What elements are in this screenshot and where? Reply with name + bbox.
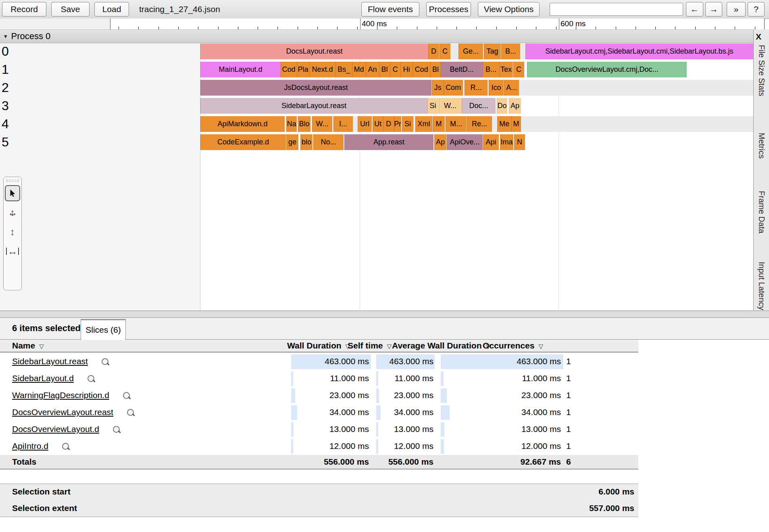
process-header[interactable]: ▾ Process 0 <box>0 29 753 43</box>
timeline-ruler[interactable]: 400 ms600 ms <box>110 19 765 29</box>
sort-icon[interactable]: ▽ <box>387 343 392 350</box>
trace-slice[interactable]: Na <box>286 116 297 132</box>
trace-slice[interactable]: Re... <box>467 116 492 132</box>
trace-slice[interactable]: DocsOverviewLayout.cmj,Doc... <box>527 62 687 77</box>
trace-slice[interactable]: Bs_ <box>336 62 352 77</box>
trace-slice[interactable]: Ge... <box>458 44 483 59</box>
trace-slice[interactable]: C <box>513 62 524 77</box>
trace-slice[interactable]: ge <box>286 134 298 150</box>
trace-slice[interactable]: Pr <box>394 116 401 132</box>
close-button[interactable]: X <box>756 32 761 42</box>
trace-slice[interactable]: CodeExample.d <box>200 134 286 150</box>
trace-slice[interactable]: SidebarLayout.reast <box>200 98 427 114</box>
trace-slice[interactable]: Xml <box>415 116 432 132</box>
trace-slice[interactable]: Blo <box>298 116 311 132</box>
column-header-occurrences[interactable]: Occurrences▽ <box>483 341 543 350</box>
magnifier-icon[interactable] <box>123 392 130 399</box>
sort-icon[interactable]: ▽ <box>538 343 543 350</box>
magnifier-icon[interactable] <box>62 443 69 450</box>
trace-slice[interactable]: N <box>514 134 525 150</box>
trace-slice[interactable]: D <box>428 44 439 59</box>
trace-slice[interactable]: ApiOve... <box>447 134 483 150</box>
magnifier-icon[interactable] <box>102 358 108 365</box>
sidebar-tab-file-size-stats[interactable]: File Size Stats <box>757 45 766 96</box>
trace-slice[interactable]: Bl <box>430 62 441 77</box>
trace-slice[interactable]: An <box>366 62 379 77</box>
toolbox-drag-handle[interactable] <box>6 179 19 180</box>
find-next-button[interactable]: → <box>705 2 722 17</box>
column-header-name[interactable]: Name▽ <box>12 341 44 350</box>
trace-slice[interactable]: blo <box>300 134 313 150</box>
trace-slice[interactable]: M <box>433 116 445 132</box>
search-input[interactable] <box>550 3 683 16</box>
trace-slice[interactable]: Com <box>444 80 463 96</box>
trace-slice[interactable]: Md <box>352 62 366 77</box>
slice-name-link[interactable]: ApiIntro.d <box>12 441 69 451</box>
trace-slice[interactable]: Tex <box>499 62 513 77</box>
panel-splitter[interactable] <box>0 311 769 318</box>
trace-slice[interactable]: Ap <box>434 134 446 150</box>
trace-slice[interactable]: Cod <box>413 62 430 77</box>
flow-events-button[interactable]: Flow events <box>361 2 419 17</box>
selection-tool-button[interactable] <box>5 185 20 201</box>
tab-slices[interactable]: Slices (6) <box>81 319 126 340</box>
trace-slice[interactable]: SidebarLayout.cmj,SidebarLayout.cmi,Side… <box>525 44 753 59</box>
trace-slice[interactable]: No... <box>313 134 344 150</box>
zoom-tool-button[interactable]: ↕ <box>5 224 20 240</box>
sort-icon[interactable]: ▽ <box>39 343 44 350</box>
magnifier-icon[interactable] <box>113 426 120 433</box>
trace-slice[interactable]: Ico <box>489 80 504 96</box>
trace-slice[interactable]: BeltD... <box>441 62 483 77</box>
magnifier-icon[interactable] <box>88 375 94 382</box>
trace-slice[interactable]: Ima <box>500 134 513 150</box>
trace-slice[interactable]: Cod <box>281 62 297 77</box>
trace-slice[interactable]: C <box>440 44 450 59</box>
trace-slice[interactable]: R... <box>465 80 488 96</box>
trace-slice[interactable]: Pla <box>297 62 309 77</box>
trace-slice[interactable]: I... <box>333 116 353 132</box>
column-header-average-wall-duration[interactable]: Average Wall Duration▽ <box>392 341 490 350</box>
more-options-button[interactable]: » <box>727 2 746 17</box>
trace-slice[interactable]: Bl <box>379 62 390 77</box>
trace-slice[interactable]: Url <box>358 116 372 132</box>
slice-name-link[interactable]: WarningFlagDescription.d <box>12 390 130 400</box>
trace-slice[interactable]: B... <box>483 62 499 77</box>
trace-slice[interactable]: Js <box>432 80 444 96</box>
trace-slice[interactable]: Api <box>483 134 499 150</box>
trace-slice[interactable]: W... <box>312 116 332 132</box>
help-button[interactable]: ? <box>748 2 765 17</box>
slice-name-link[interactable]: SidebarLayout.d <box>12 373 94 383</box>
column-header-wall-duration[interactable]: Wall Duration▽ <box>287 341 350 350</box>
pan-tool-button[interactable]: ↔↕ <box>5 204 20 221</box>
trace-slice[interactable]: W... <box>439 98 462 114</box>
trace-slice[interactable]: MainLayout.d <box>200 62 281 77</box>
trace-slice[interactable]: Ut <box>373 116 383 132</box>
view-options-button[interactable]: View Options <box>478 2 540 17</box>
column-header-self-time[interactable]: Self time▽ <box>348 341 392 350</box>
trace-slice[interactable]: Me <box>497 116 511 132</box>
trace-slice[interactable]: Next.d <box>309 62 336 77</box>
trace-slice[interactable]: A... <box>504 80 519 96</box>
trace-slice[interactable]: Ap <box>509 98 521 114</box>
trace-slice[interactable]: Doc... <box>462 98 496 114</box>
sidebar-tab-frame-data[interactable]: Frame Data <box>757 191 766 234</box>
trace-slice[interactable]: App.reast <box>344 134 433 150</box>
sidebar-tab-input-latency[interactable]: Input Latency <box>757 262 766 310</box>
record-button[interactable]: Record <box>2 2 46 17</box>
trace-slice[interactable]: M <box>511 116 521 132</box>
trace-slice[interactable]: M... <box>446 116 467 132</box>
processes-button[interactable]: Processes <box>426 2 471 17</box>
collapse-triangle-icon[interactable]: ▾ <box>4 33 7 40</box>
save-button[interactable]: Save <box>51 2 90 17</box>
trace-slice[interactable]: D <box>383 116 394 132</box>
slice-name-link[interactable]: DocsOverviewLayout.reast <box>12 407 134 417</box>
trace-slice[interactable]: Hi <box>400 62 413 77</box>
trace-slice[interactable]: Si <box>402 116 413 132</box>
load-button[interactable]: Load <box>94 2 129 17</box>
trace-slice[interactable]: B... <box>501 44 520 59</box>
trace-slice[interactable]: ApiMarkdown.d <box>200 116 285 132</box>
trace-slice[interactable]: Tag <box>484 44 501 59</box>
trace-slice[interactable]: DocsLayout.reast <box>200 44 428 59</box>
timing-tool-button[interactable]: ↔ <box>5 243 20 259</box>
slice-name-link[interactable]: SidebarLayout.reast <box>12 357 108 366</box>
